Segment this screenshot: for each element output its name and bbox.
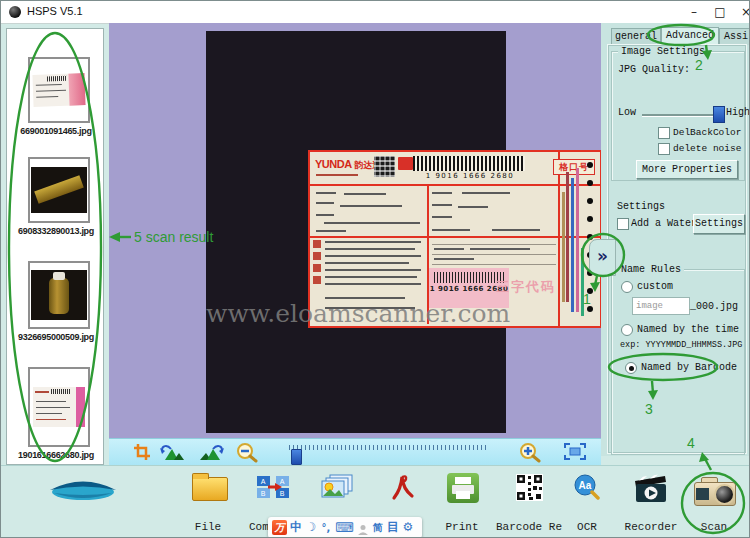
thumbnail-3-image bbox=[31, 270, 87, 320]
color-strip bbox=[566, 172, 569, 302]
svg-text:B: B bbox=[280, 490, 285, 497]
del-back-color-checkbox[interactable] bbox=[658, 127, 670, 139]
ime-fullwidth-moon-icon[interactable]: ☽ bbox=[305, 517, 317, 538]
named-by-time-label: Named by the time bbox=[637, 324, 739, 335]
jpg-quality-track[interactable] bbox=[642, 114, 718, 116]
add-watermark-checkbox[interactable] bbox=[617, 218, 629, 230]
named-by-barcode-radio[interactable] bbox=[625, 362, 637, 374]
crop-icon[interactable] bbox=[133, 443, 151, 463]
camera-icon bbox=[694, 475, 734, 505]
svg-text:A: A bbox=[261, 478, 266, 485]
name-rules-group: Name Rules custom _000.jpg Named by the … bbox=[611, 269, 745, 455]
title-bar: HSPS V5.1 – □ × bbox=[1, 1, 750, 24]
pdf-icon bbox=[388, 473, 416, 501]
thumbnail-3-filename: 9326695000509.jpg bbox=[7, 332, 105, 342]
app-icon bbox=[9, 6, 21, 18]
eloam-logo-icon bbox=[45, 476, 121, 504]
ime-simplified-icon[interactable]: 简 bbox=[372, 517, 384, 538]
named-by-time-radio[interactable] bbox=[621, 324, 633, 336]
photos-icon bbox=[320, 474, 354, 500]
named-by-barcode-label: Named by Barcode bbox=[641, 362, 737, 373]
waybill-barcode-number: 1 9016 1666 2680 bbox=[410, 172, 530, 180]
ime-notebook-icon[interactable]: 目 bbox=[387, 517, 399, 538]
custom-radio-label: custom bbox=[637, 281, 673, 292]
watermark-settings-button[interactable]: Settings bbox=[693, 214, 745, 234]
zoom-slider-ticks bbox=[289, 445, 487, 450]
rotate-left-icon[interactable] bbox=[159, 443, 185, 463]
barcode-recognition-button[interactable]: Barcode Re bbox=[494, 471, 564, 533]
tab-advanced[interactable]: Advanced bbox=[661, 27, 719, 45]
rotate-right-icon[interactable] bbox=[199, 443, 225, 463]
recorder-icon bbox=[633, 473, 669, 503]
thumbnail-1-filename: 669001091465.jpg bbox=[7, 126, 105, 136]
color-strip bbox=[562, 192, 565, 302]
time-example-label: exp: YYYYMMDD_HHMMSS.JPG bbox=[620, 340, 742, 350]
collapse-panel-button[interactable]: » bbox=[589, 239, 616, 276]
image-settings-title: Image Settings bbox=[618, 46, 708, 57]
delete-noise-checkbox[interactable] bbox=[658, 143, 670, 155]
settings-section-title: Settings bbox=[617, 201, 665, 212]
delete-noise-label: delete noise bbox=[673, 143, 741, 154]
color-strip bbox=[576, 168, 579, 312]
scan-button[interactable]: Scan bbox=[684, 471, 744, 533]
maximize-button[interactable]: □ bbox=[709, 3, 731, 21]
svg-text:Aa: Aa bbox=[579, 480, 592, 491]
more-properties-button[interactable]: More Properties bbox=[636, 160, 738, 179]
zoom-out-icon[interactable] bbox=[236, 443, 260, 463]
ime-bar: 万 中 ☽ °, ⌨ 简 目 ⚙ bbox=[268, 517, 422, 538]
thumbnail-1[interactable] bbox=[28, 57, 90, 123]
ime-logo-icon[interactable]: 万 bbox=[272, 520, 287, 535]
thumbnail-3[interactable] bbox=[28, 261, 90, 329]
thumbnail-4-image bbox=[33, 387, 85, 427]
file-button[interactable]: File bbox=[178, 471, 238, 533]
del-back-color-label: DelBackColor bbox=[673, 127, 741, 138]
waybill-three-char-code: 三字代码 bbox=[496, 278, 556, 296]
thumbnail-1-image bbox=[32, 73, 85, 107]
waybill-brand: YUNDA bbox=[315, 158, 352, 170]
zoom-slider-handle[interactable] bbox=[291, 449, 302, 465]
jpg-quality-label: JPG Quality: bbox=[618, 64, 690, 75]
svg-text:A: A bbox=[280, 478, 285, 485]
thumbnail-2[interactable] bbox=[28, 157, 90, 223]
ocr-icon: Aa bbox=[574, 474, 600, 500]
print-button[interactable]: Print bbox=[432, 471, 492, 533]
ocr-button[interactable]: Aa OCR bbox=[562, 471, 612, 533]
quality-high-label: High bbox=[726, 107, 750, 118]
ime-language-icon[interactable]: 中 bbox=[290, 517, 302, 538]
ime-settings-gear-icon[interactable]: ⚙ bbox=[402, 517, 414, 538]
qr-code-icon bbox=[516, 474, 543, 501]
tab-general[interactable]: general bbox=[611, 28, 661, 45]
waybill-qr-code bbox=[374, 156, 395, 177]
thumbnail-4[interactable] bbox=[28, 367, 90, 447]
custom-name-input[interactable] bbox=[632, 297, 690, 315]
window-title: HSPS V5.1 bbox=[27, 5, 83, 17]
ime-user-icon[interactable] bbox=[357, 524, 369, 536]
preview-area: YUNDA 韵达速递 1 9016 1666 2680 格口号 bbox=[109, 23, 601, 438]
camera-image: YUNDA 韵达速递 1 9016 1666 2680 格口号 bbox=[206, 31, 506, 433]
svg-text:B: B bbox=[261, 490, 266, 497]
custom-radio[interactable] bbox=[621, 281, 633, 293]
app-window: HSPS V5.1 – □ × 669001091465.jpg 6908332… bbox=[0, 0, 750, 538]
ime-punctuation-icon[interactable]: °, bbox=[320, 517, 332, 538]
ime-keyboard-icon[interactable]: ⌨ bbox=[335, 517, 354, 538]
thumbnail-4-filename: 1901616662680.jpg bbox=[7, 450, 105, 460]
settings-panel: general Advanced Assi Image Settings JPG… bbox=[601, 23, 750, 456]
tab-assist[interactable]: Assi bbox=[719, 28, 750, 45]
folder-icon bbox=[192, 477, 228, 501]
close-button[interactable]: × bbox=[735, 3, 750, 21]
minimize-button[interactable]: – bbox=[683, 3, 705, 21]
recorder-button[interactable]: Recorder bbox=[621, 471, 681, 533]
fit-screen-icon[interactable] bbox=[564, 443, 586, 463]
thumbnail-2-image bbox=[31, 167, 87, 213]
color-strip bbox=[581, 248, 584, 316]
quality-low-label: Low bbox=[618, 107, 636, 118]
add-watermark-label: Add a Watermark bbox=[631, 218, 695, 229]
watermark-text: www.eloamscanner.com bbox=[206, 299, 506, 328]
jpg-quality-handle[interactable] bbox=[713, 106, 725, 123]
waybill-barcode bbox=[413, 156, 525, 171]
scan-result-sidebar: 669001091465.jpg 6908332890013.jpg 93266… bbox=[6, 28, 104, 465]
print-icon bbox=[447, 473, 479, 503]
zoom-in-icon[interactable] bbox=[519, 443, 543, 463]
binder-holes bbox=[587, 162, 593, 312]
image-settings-group: Image Settings JPG Quality: Low High Del… bbox=[611, 51, 745, 181]
